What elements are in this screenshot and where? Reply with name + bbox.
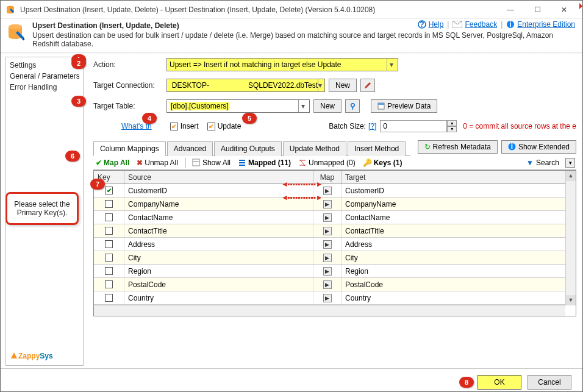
help-link[interactable]: Help [429,20,444,29]
refresh-metadata-button[interactable]: ↻Refresh Metadata [418,140,498,154]
show-all-button[interactable]: Show All [192,159,231,167]
new-table-button[interactable]: New [313,99,342,113]
spin-down-icon[interactable]: ▼ [447,126,457,132]
table-row[interactable]: Region▶Region [94,265,576,278]
action-select[interactable]: Upsert => Insert if not matching in targ… [166,58,398,71]
table-row[interactable]: ✔CustomerID▶CustomerID [94,184,576,198]
arrow-row1: ◄▪▪▪▪▪▪▪▪▪▪▪► [281,180,322,188]
unmap-all-button[interactable]: ✖Unmap All [137,159,178,167]
map-cell[interactable]: ▶ [313,291,342,304]
preview-data-button[interactable]: Preview Data [371,99,437,113]
close-button[interactable]: ✕ [551,1,578,18]
target-cell[interactable]: Country [342,291,576,304]
map-cell[interactable]: ▶ [313,211,342,224]
table-row[interactable]: ContactName▶ContactName [94,211,576,224]
table-row[interactable]: City▶City [94,251,576,265]
play-icon[interactable]: ▶ [323,240,332,249]
tab-column-mappings[interactable]: Column Mappings [93,141,166,156]
target-cell[interactable]: PostalCode [342,278,576,291]
connection-select[interactable]: DESKTOP- XXXXXXXX SQLDEV2022.dbTest ▾ [166,79,325,92]
sidebar-item-general[interactable]: General / Parameters [10,71,79,82]
batch-size-input[interactable]: ▲▼ [380,120,457,132]
toolbar-overflow-button[interactable]: ▾ [565,158,575,168]
unmapped-button[interactable]: Unmapped (0) [298,159,356,167]
source-cell[interactable]: PostalCode [124,278,313,291]
key-checkbox[interactable] [105,254,113,262]
map-cell[interactable]: ▶ [313,224,342,237]
tab-update-method[interactable]: Update Method [283,141,346,156]
cancel-button[interactable]: Cancel [528,375,571,390]
batch-size-label: Batch Size: [329,122,366,130]
key-checkbox[interactable] [105,240,113,248]
map-cell[interactable]: ▶ [313,265,342,277]
enterprise-link[interactable]: Enterprise Edition [517,20,575,29]
maximize-button[interactable]: ☐ [524,1,551,18]
chevron-down-icon: ▾ [318,79,322,91]
target-cell[interactable]: ContactTitle [342,224,576,237]
source-cell[interactable]: ContactName [124,211,313,224]
table-label: Target Table: [93,102,166,110]
table-select[interactable]: [dbo].[Customers] ▾ [166,99,310,113]
batch-help-link[interactable]: [?] [368,122,376,130]
tab-auditing[interactable]: Auditing Outputs [214,141,282,156]
target-cell[interactable]: Region [342,265,576,277]
mapped-button[interactable]: Mapped (11) [238,159,291,167]
edit-connection-button[interactable] [360,79,375,92]
show-extended-button[interactable]: i Show Extended [501,140,576,154]
key-checkbox[interactable] [105,280,113,288]
horizontal-scrollbar[interactable] [94,305,565,316]
target-cell[interactable]: CompanyName [342,198,576,210]
table-row[interactable]: Address▶Address [94,238,576,251]
key-checkbox[interactable]: ✔ [105,187,113,194]
play-icon[interactable]: ▶ [323,280,332,289]
map-cell[interactable]: ▶ [313,238,342,251]
key-checkbox[interactable] [105,227,113,235]
search-button[interactable]: ▼Search [526,159,559,167]
map-cell[interactable]: ▶ [313,251,342,264]
table-row[interactable]: CompanyName▶CompanyName [94,198,576,211]
source-cell[interactable]: Country [124,291,313,304]
sidebar-item-error[interactable]: Error Handling [10,82,79,93]
tab-advanced[interactable]: Advanced [167,141,213,156]
source-cell[interactable]: City [124,251,313,264]
table-row[interactable]: Country▶Country [94,291,576,305]
table-row[interactable]: ContactTitle▶ContactTitle [94,224,576,238]
svg-text:?: ? [420,20,424,29]
sidebar-item-settings[interactable]: Settings [10,60,79,71]
key-checkbox[interactable] [105,213,113,221]
minimize-button[interactable]: — [497,1,524,18]
key-checkbox[interactable] [105,200,113,208]
table-row[interactable]: PostalCode▶PostalCode [94,278,576,291]
map-cell[interactable]: ▶ [313,278,342,291]
update-checkbox[interactable]: ✔Update [207,122,241,130]
col-target[interactable]: Target [342,171,576,184]
play-icon[interactable]: ▶ [323,267,332,276]
play-icon[interactable]: ▶ [323,213,332,222]
play-icon[interactable]: ▶ [323,200,332,208]
insert-checkbox[interactable]: ✔Insert [170,122,199,130]
feedback-link[interactable]: Feedback [465,20,497,29]
new-connection-button[interactable]: New [329,79,357,92]
source-cell[interactable]: Address [124,238,313,251]
target-cell[interactable]: Address [342,238,576,251]
play-icon[interactable]: ▶ [323,254,332,262]
source-cell[interactable]: Region [124,265,313,277]
tab-insert-method[interactable]: Insert Method [348,141,406,156]
ok-button[interactable]: OK [477,375,521,390]
keys-button[interactable]: 🔑Keys (1) [363,159,402,167]
play-icon[interactable]: ▶ [323,294,332,302]
key-checkbox[interactable] [105,267,113,275]
source-cell[interactable]: ContactTitle [124,224,313,237]
db-small-icon [170,81,170,90]
annotation-3: 3 [71,96,86,107]
spin-up-icon[interactable]: ▲ [447,120,457,126]
target-cell[interactable]: CustomerID [342,184,576,197]
browse-table-button[interactable]: ⚲ [345,99,360,113]
map-all-button[interactable]: ✔Map All [96,159,129,167]
play-icon[interactable]: ▶ [323,227,332,235]
target-cell[interactable]: City [342,251,576,264]
vertical-scrollbar[interactable]: ▲▼ [565,171,576,305]
play-icon[interactable]: ▶ [323,187,332,195]
key-checkbox[interactable] [105,294,113,302]
target-cell[interactable]: ContactName [342,211,576,224]
